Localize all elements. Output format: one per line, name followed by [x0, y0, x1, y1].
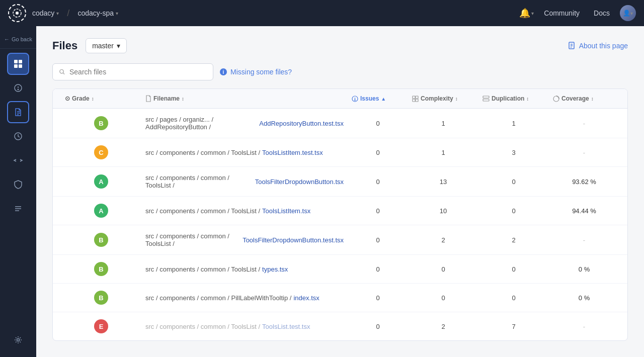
- cell-grade-5: B: [61, 255, 141, 283]
- cell-filename-1[interactable]: src / components / common / ToolsList / …: [141, 142, 348, 163]
- sidebar-item-issues[interactable]: [7, 77, 29, 99]
- back-arrow-icon: ←: [4, 36, 10, 42]
- sidebar-item-security[interactable]: [7, 173, 29, 196]
- cell-grade-6: B: [61, 284, 141, 312]
- cell-issues-0: 0: [348, 113, 408, 134]
- table-row: E src / components / common / ToolsList …: [53, 312, 627, 340]
- org-selector[interactable]: codacy ▾: [32, 9, 59, 17]
- main-content: Files master ▾ About this page: [36, 26, 644, 357]
- sidebar-item-history[interactable]: [7, 125, 29, 147]
- th-filename[interactable]: Filename ↕: [141, 89, 348, 108]
- grade-badge: B: [94, 291, 108, 305]
- docs-link[interactable]: Docs: [590, 9, 614, 17]
- svg-point-1: [16, 12, 19, 15]
- branch-selector[interactable]: master ▾: [86, 38, 127, 53]
- path-prefix: src / pages / organiz... / AddRepository…: [145, 116, 257, 131]
- cell-filename-6[interactable]: src / components / common / PillLabelWit…: [141, 287, 348, 309]
- th-grade[interactable]: ⊙ Grade ↕: [61, 89, 141, 108]
- sidebar-item-dashboard[interactable]: [7, 53, 29, 75]
- cell-filename-5[interactable]: src / components / common / ToolsList / …: [141, 258, 348, 280]
- cell-grade-3: A: [61, 197, 141, 225]
- cell-complexity-2: 13: [408, 171, 478, 193]
- cell-filename-4[interactable]: src / components / common / ToolsList / …: [141, 225, 348, 254]
- th-complexity[interactable]: Complexity ↕: [408, 89, 478, 108]
- svg-rect-2: [14, 60, 18, 63]
- filename-link[interactable]: AddRepositoryButton.test.tsx: [259, 120, 344, 127]
- quality-icon: [13, 204, 23, 214]
- search-box: [52, 63, 213, 80]
- grade-badge: E: [94, 319, 108, 333]
- community-link[interactable]: Community: [540, 9, 584, 17]
- th-issues[interactable]: Issues ▲: [348, 89, 408, 108]
- repo-selector[interactable]: codacy-spa ▾: [77, 9, 118, 17]
- coverage-sort-icon: ↕: [591, 96, 594, 102]
- search-input[interactable]: [69, 68, 207, 76]
- table-row: C src / components / common / ToolsList …: [53, 138, 627, 167]
- svg-rect-29: [416, 96, 418, 99]
- user-avatar[interactable]: 👤 ▾: [620, 5, 636, 21]
- sidebar-item-settings[interactable]: [7, 329, 29, 351]
- filename-link[interactable]: ToolsList.test.tsx: [262, 323, 310, 330]
- table-row: B src / components / common / ToolsList …: [53, 255, 627, 284]
- about-page-link[interactable]: About this page: [568, 42, 628, 50]
- svg-line-22: [63, 73, 64, 74]
- cell-issues-1: 0: [348, 142, 408, 163]
- notifications-button[interactable]: 🔔 ▾: [519, 8, 534, 19]
- branch-chevron-icon: ▾: [117, 42, 120, 50]
- shield-icon: [13, 180, 23, 190]
- cell-issues-2: 0: [348, 171, 408, 193]
- th-duplication[interactable]: Duplication ↕: [478, 89, 549, 108]
- sidebar-item-quality[interactable]: [7, 198, 29, 220]
- nav-divider: /: [67, 8, 69, 19]
- info-icon: i: [219, 68, 227, 76]
- filename-link[interactable]: types.tsx: [262, 265, 288, 273]
- svg-rect-4: [14, 64, 18, 68]
- duplication-th-icon: [482, 96, 490, 102]
- cell-coverage-0: -: [549, 113, 619, 134]
- cell-duplication-0: 1: [478, 113, 549, 134]
- sidebar-item-files[interactable]: [7, 101, 29, 123]
- filename-link[interactable]: index.tsx: [293, 294, 319, 302]
- th-coverage[interactable]: Coverage ↕: [549, 89, 619, 108]
- cell-filename-2[interactable]: src / components / common / ToolsList / …: [141, 167, 348, 196]
- path-prefix: src / components / common / ToolsList /: [145, 207, 260, 215]
- filename-link[interactable]: ToolsListItem.tsx: [262, 207, 310, 215]
- cell-grade-1: C: [61, 138, 141, 166]
- table-row: B src / components / common / PillLabelW…: [53, 284, 627, 312]
- files-table: ⊙ Grade ↕ Filename ↕ Issues ▲: [52, 88, 628, 341]
- coverage-th-icon: [553, 96, 559, 102]
- complexity-th-icon: [412, 96, 419, 102]
- sidebar-item-duplication[interactable]: [7, 149, 29, 171]
- cell-issues-6: 0: [348, 287, 408, 309]
- cell-coverage-7: -: [549, 316, 619, 337]
- filename-link[interactable]: ToolsFilterDropdownButton.tsx: [255, 178, 344, 186]
- cell-filename-3[interactable]: src / components / common / ToolsList / …: [141, 200, 348, 222]
- cell-coverage-5: 0 %: [549, 258, 619, 280]
- sidebar-back-button[interactable]: ← Go back: [0, 32, 36, 49]
- path-prefix: src / components / common / ToolsList /: [145, 149, 260, 156]
- org-chevron-icon: ▾: [56, 11, 59, 16]
- cell-grade-0: B: [61, 109, 141, 137]
- cell-complexity-1: 1: [408, 142, 478, 163]
- cell-grade-4: B: [61, 226, 141, 254]
- filename-link[interactable]: ToolsFilterDropdownButton.test.tsx: [243, 236, 344, 244]
- grade-badge: A: [94, 174, 108, 189]
- cell-filename-7[interactable]: src / components / common / ToolsList / …: [141, 316, 348, 337]
- cell-issues-5: 0: [348, 258, 408, 280]
- cell-duplication-4: 2: [478, 229, 549, 251]
- cell-complexity-0: 1: [408, 113, 478, 134]
- app-logo[interactable]: [8, 4, 26, 22]
- filename-th-icon: [145, 95, 151, 102]
- filename-link[interactable]: ToolsListItem.test.tsx: [262, 149, 323, 156]
- duplication-sort-icon: ↕: [526, 96, 529, 102]
- cell-complexity-3: 10: [408, 200, 478, 222]
- page-title: Files: [52, 39, 77, 52]
- grade-sort-icon: ↕: [92, 96, 94, 102]
- avatar-chevron-icon: ▾: [630, 11, 633, 16]
- missing-files-link[interactable]: i Missing some files?: [219, 68, 292, 76]
- cell-filename-0[interactable]: src / pages / organiz... / AddRepository…: [141, 109, 348, 138]
- cell-coverage-1: -: [549, 142, 619, 163]
- search-icon: [59, 68, 65, 75]
- cell-duplication-5: 0: [478, 258, 549, 280]
- svg-text:i: i: [223, 69, 224, 75]
